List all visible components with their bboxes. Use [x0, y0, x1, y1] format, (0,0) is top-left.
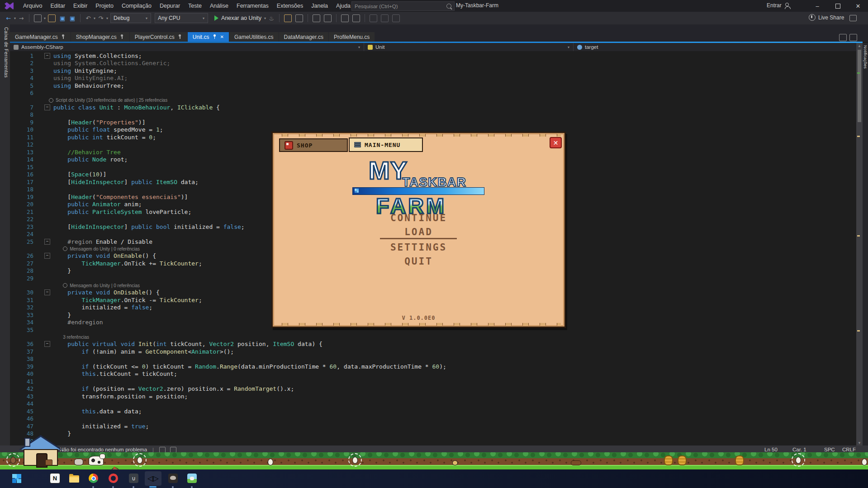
tab-unit-cs[interactable]: Unit.cs✕: [188, 32, 229, 42]
game-menu-load[interactable]: LOAD: [273, 227, 564, 237]
undo-icon[interactable]: ↶: [84, 14, 92, 22]
toolbox-vertical-tab[interactable]: Caixa de Ferramentas: [1, 27, 9, 90]
tab-list-icon[interactable]: [839, 34, 847, 41]
taskbar-app-start[interactable]: [11, 473, 22, 484]
sprite-egg-ring[interactable]: [133, 453, 147, 467]
minimize-button[interactable]: –: [807, 0, 827, 12]
game-menu-quit[interactable]: QUIT: [273, 256, 564, 267]
prev-bookmark-icon[interactable]: [381, 14, 389, 22]
comment-icon[interactable]: [352, 14, 360, 22]
navigate-home-icon[interactable]: [295, 14, 303, 22]
sprite-log[interactable]: [571, 460, 581, 465]
sprite-egg-ring[interactable]: [348, 453, 362, 467]
close-button[interactable]: ✕: [848, 0, 868, 12]
codelens-annotation[interactable]: 3 referências: [10, 334, 856, 341]
sprite-house[interactable]: [19, 435, 62, 466]
menu-compilac-a-o[interactable]: Compilação: [118, 1, 156, 11]
undo-dropdown[interactable]: ▾: [94, 16, 95, 20]
find-in-files-icon[interactable]: [284, 14, 292, 22]
menu-exibir[interactable]: Exibir: [69, 1, 91, 11]
pin-icon[interactable]: [213, 34, 217, 39]
save-all-icon[interactable]: ▣: [68, 14, 76, 22]
new-file-icon[interactable]: [34, 14, 42, 22]
platform-dropdown[interactable]: Any CPU▾: [155, 13, 208, 23]
fold-marker-icon[interactable]: −: [44, 239, 50, 245]
float-layout-icon[interactable]: [849, 34, 857, 41]
breadcrumb-project[interactable]: Assembly-CSharp ▾: [10, 43, 364, 51]
taskbar-app-opera[interactable]: [108, 473, 119, 484]
sprite-stool[interactable]: [45, 460, 52, 465]
sprite-beehive[interactable]: [664, 455, 673, 465]
new-file-dropdown[interactable]: ▾: [44, 16, 46, 20]
save-icon[interactable]: ▣: [58, 14, 66, 22]
menu-ana-lise[interactable]: Análise: [206, 1, 232, 11]
taskbar-app-notion[interactable]: N: [49, 473, 61, 484]
pin-icon[interactable]: [61, 34, 66, 39]
sprite-dog[interactable]: [74, 459, 83, 465]
menu-depurar[interactable]: Depurar: [156, 1, 184, 11]
breadcrumb-member[interactable]: target: [574, 43, 863, 51]
sprite-chick[interactable]: [452, 460, 458, 465]
menu-teste[interactable]: Teste: [184, 1, 206, 11]
tab-shopmanager-cs[interactable]: ShopManager.cs: [71, 32, 129, 42]
taskbar-app-explorer[interactable]: [68, 473, 80, 484]
menu-arquivo[interactable]: Arquivo: [19, 1, 46, 11]
sprite-egg-ring-brown[interactable]: [6, 453, 20, 467]
fold-marker-icon[interactable]: −: [44, 253, 50, 259]
start-debug-icon[interactable]: [214, 15, 218, 21]
sprite-egg[interactable]: [862, 459, 867, 465]
scroll-up-icon[interactable]: ▲: [858, 44, 861, 48]
taskbar-app-unity[interactable]: ∪: [128, 473, 139, 484]
game-tab-main-menu[interactable]: MAIN-MENU: [349, 137, 423, 152]
taskbar-app-farm-game[interactable]: [186, 473, 198, 484]
game-menu-settings[interactable]: SETTINGS: [273, 242, 564, 253]
fold-marker-icon[interactable]: −: [44, 104, 50, 110]
copy-structure-icon[interactable]: [324, 14, 332, 22]
tab-gameutilities-cs[interactable]: GameUtilities.cs: [229, 32, 279, 42]
next-bookmark-icon[interactable]: [392, 14, 400, 22]
redo-icon[interactable]: ↷: [97, 14, 105, 22]
back-dropdown[interactable]: ▾: [14, 16, 16, 20]
codelens-annotation[interactable]: Script do Unity (10 referências de ativo…: [10, 97, 856, 104]
fold-marker-icon[interactable]: −: [44, 341, 50, 347]
pin-icon[interactable]: [120, 34, 124, 39]
sprite-cow[interactable]: [89, 456, 104, 465]
live-share-button[interactable]: Live Share: [809, 14, 844, 21]
game-close-button[interactable]: ✕: [550, 137, 562, 148]
sprite-beehive[interactable]: [735, 455, 744, 465]
open-file-icon[interactable]: [48, 14, 56, 22]
navigate-forward-icon[interactable]: →: [17, 14, 25, 22]
fold-marker-icon[interactable]: −: [44, 289, 50, 295]
sign-in-button[interactable]: Entrar: [767, 2, 790, 9]
indent-icon[interactable]: [341, 14, 349, 22]
tab-gamemanager-cs[interactable]: GameManager.cs: [10, 32, 71, 42]
game-tab-shop[interactable]: SHOP: [279, 138, 348, 152]
redo-dropdown[interactable]: ▾: [106, 16, 108, 20]
pin-icon[interactable]: [178, 34, 182, 39]
scrollbar-thumb[interactable]: [858, 50, 861, 122]
game-menu-continue[interactable]: CONTINUE: [273, 213, 564, 223]
tab-datamanager-cs[interactable]: DataManager.cs: [279, 32, 328, 42]
menu-projeto[interactable]: Projeto: [91, 1, 118, 11]
taskbar-app-gimp[interactable]: [167, 473, 179, 484]
sprite-egg[interactable]: [268, 459, 273, 465]
attach-dropdown[interactable]: ▾: [264, 16, 266, 20]
menu-janela[interactable]: Janela: [307, 1, 332, 11]
feedback-icon[interactable]: [849, 15, 857, 21]
taskbar-app-visual-studio[interactable]: ◁▷: [147, 473, 159, 484]
hot-reload-icon[interactable]: ♨: [267, 14, 275, 22]
menu-ferramentas[interactable]: Ferramentas: [232, 1, 273, 11]
tab-profilemenu-cs[interactable]: ProfileMenu.cs: [329, 32, 375, 42]
notifications-vertical-tab[interactable]: Notificações: [862, 45, 868, 86]
tab-close-icon[interactable]: ✕: [220, 34, 224, 39]
menu-editar[interactable]: Editar: [46, 1, 69, 11]
sprite-beehive[interactable]: [678, 455, 687, 465]
configuration-dropdown[interactable]: Debug▾: [110, 13, 151, 23]
show-diagram-icon[interactable]: [313, 14, 320, 22]
tab-playercontrol-cs[interactable]: PlayerControl.cs: [130, 32, 187, 42]
bookmark-icon[interactable]: [370, 14, 377, 22]
sprite-egg-ring[interactable]: [792, 453, 805, 467]
taskbar-app-task-manager[interactable]: [30, 473, 41, 484]
menu-extenso-es[interactable]: Extensões: [273, 1, 307, 11]
navigate-back-icon[interactable]: ←: [5, 14, 13, 22]
